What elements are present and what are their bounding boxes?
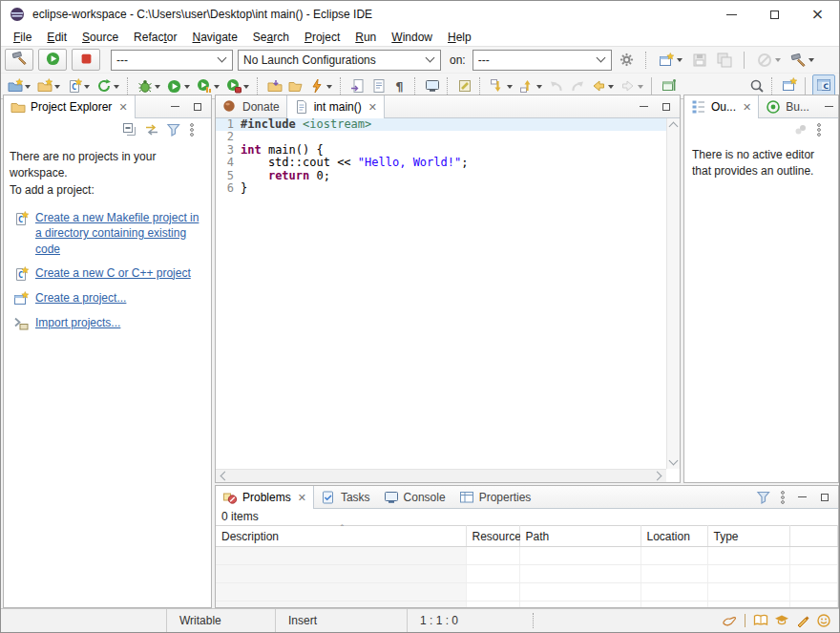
filter-icon[interactable]	[756, 490, 771, 505]
maximize-view-button[interactable]	[190, 100, 205, 114]
next-annotation-button[interactable]	[487, 76, 515, 95]
hand-icon[interactable]	[722, 613, 737, 628]
launch-mode-combo[interactable]: ---	[111, 50, 233, 71]
menu-run[interactable]: Run	[347, 29, 384, 46]
menu-search[interactable]: Search	[245, 29, 297, 46]
mark-occurrences-button[interactable]	[454, 76, 474, 95]
launch-stop-button[interactable]	[72, 49, 100, 71]
close-button[interactable]: ×	[796, 1, 839, 28]
editor-tab-donate[interactable]: Donate	[216, 95, 286, 117]
dropdown-arrow-icon[interactable]	[608, 85, 614, 92]
save-button[interactable]	[690, 51, 710, 70]
dropdown-arrow-icon[interactable]	[184, 85, 190, 92]
dropdown-arrow-icon[interactable]	[638, 85, 643, 92]
minimize-view-button[interactable]	[636, 100, 651, 114]
maximize-view-button[interactable]	[659, 100, 674, 114]
pin-editor-button[interactable]	[659, 76, 679, 95]
show-whitespace-button[interactable]: ¶	[389, 76, 410, 95]
problems-tab-properties[interactable]: Properties	[452, 486, 538, 508]
dropdown-arrow-icon[interactable]	[54, 85, 60, 92]
outline-tab-bu-[interactable]: Bu...	[759, 95, 816, 117]
link-outline-icon[interactable]	[793, 122, 808, 137]
problems-tab-tasks[interactable]: Tasks	[314, 486, 377, 508]
new-c-file-button[interactable]: C	[64, 76, 93, 95]
flash-programmer-button[interactable]	[306, 76, 335, 95]
target-settings-button[interactable]	[617, 51, 637, 70]
last-edit-location-button[interactable]	[546, 76, 566, 95]
next-edit-location-button[interactable]	[567, 76, 587, 95]
search-button[interactable]	[746, 76, 766, 95]
minimize-view-button[interactable]	[822, 100, 837, 114]
link-with-editor-icon[interactable]	[144, 122, 159, 137]
debug-button[interactable]	[135, 76, 163, 95]
table-row[interactable]	[216, 601, 838, 609]
scroll-up-icon[interactable]	[669, 122, 679, 132]
menu-edit[interactable]: Edit	[39, 29, 74, 46]
pen-icon[interactable]	[795, 613, 810, 628]
restart-button[interactable]	[94, 76, 122, 95]
code-editor[interactable]: 1#include <iostream>23int main() {4 std:…	[216, 118, 666, 469]
problems-tab-console[interactable]: Console	[377, 486, 452, 508]
menu-refactor[interactable]: Refactor	[126, 29, 184, 46]
open-resource-button[interactable]	[347, 76, 368, 95]
vertical-scrollbar[interactable]	[666, 118, 680, 469]
column-header-type[interactable]: Type	[707, 526, 789, 547]
scroll-left-icon[interactable]	[220, 472, 230, 481]
close-tab-icon[interactable]: ✕	[743, 101, 751, 114]
scroll-right-icon[interactable]	[653, 472, 662, 481]
build-all-button[interactable]	[788, 51, 817, 70]
link-create-project[interactable]: Create a project...	[35, 290, 126, 306]
coverage-button[interactable]	[223, 76, 252, 95]
menu-file[interactable]: File	[6, 29, 39, 46]
column-header-location[interactable]: Location	[640, 526, 707, 547]
skip-breakpoints-button[interactable]	[755, 51, 784, 70]
scroll-down-icon[interactable]	[669, 456, 679, 466]
editor-tab-int-main-[interactable]: int main()✕	[286, 95, 385, 118]
cap-icon[interactable]	[774, 613, 789, 628]
tab-project-explorer[interactable]: Project Explorer ✕	[4, 95, 136, 118]
dropdown-arrow-icon[interactable]	[326, 85, 332, 92]
profile-button[interactable]	[194, 76, 222, 95]
dropdown-arrow-icon[interactable]	[808, 58, 814, 65]
forward-history-button[interactable]	[618, 76, 646, 95]
smiley-icon[interactable]	[816, 613, 831, 628]
link-create-c-cpp-project[interactable]: Create a new C or C++ project	[35, 265, 191, 281]
problems-tab-problems[interactable]: Problems✕	[216, 486, 314, 509]
table-row[interactable]	[216, 547, 838, 565]
save-all-button[interactable]	[715, 51, 735, 70]
column-header-resource[interactable]: Resource	[466, 526, 519, 547]
menu-navigate[interactable]: Navigate	[184, 29, 244, 46]
launch-run-button[interactable]	[38, 49, 67, 71]
dropdown-arrow-icon[interactable]	[114, 85, 119, 92]
menu-project[interactable]: Project	[297, 29, 347, 46]
dropdown-arrow-icon[interactable]	[214, 85, 220, 92]
close-tab-icon[interactable]: ✕	[298, 492, 306, 504]
launch-config-combo[interactable]: No Launch Configurations	[238, 50, 441, 71]
close-tab-icon[interactable]: ✕	[118, 101, 127, 114]
table-row[interactable]	[216, 565, 838, 583]
launch-target-combo[interactable]: ---	[472, 50, 612, 71]
menu-source[interactable]: Source	[74, 29, 126, 46]
book-icon[interactable]	[753, 613, 768, 628]
close-tab-icon[interactable]: ✕	[368, 101, 377, 114]
column-header-description[interactable]: ˆDescription	[216, 526, 466, 547]
minimize-view-button[interactable]	[167, 100, 182, 114]
new-makefile-project-button[interactable]	[34, 76, 63, 95]
minimize-button[interactable]	[710, 1, 753, 28]
collapse-all-icon[interactable]	[122, 122, 137, 137]
horizontal-scrollbar[interactable]	[216, 469, 666, 482]
view-menu-icon[interactable]	[815, 122, 830, 137]
view-menu-icon[interactable]	[188, 122, 203, 137]
load-configuration-button[interactable]	[264, 76, 284, 95]
outline-tab-ou-[interactable]: Ou...✕	[684, 95, 759, 118]
maximize-button[interactable]	[753, 1, 796, 28]
maximize-view-button[interactable]	[817, 491, 832, 504]
link-import-projects[interactable]: Import projects...	[35, 315, 120, 330]
dropdown-arrow-icon[interactable]	[677, 58, 682, 65]
new-wizard-button[interactable]	[657, 51, 685, 70]
table-row[interactable]	[216, 583, 838, 601]
dropdown-arrow-icon[interactable]	[775, 58, 781, 65]
menu-window[interactable]: Window	[384, 29, 440, 46]
run-button[interactable]	[164, 76, 193, 95]
back-history-button[interactable]	[588, 76, 617, 95]
